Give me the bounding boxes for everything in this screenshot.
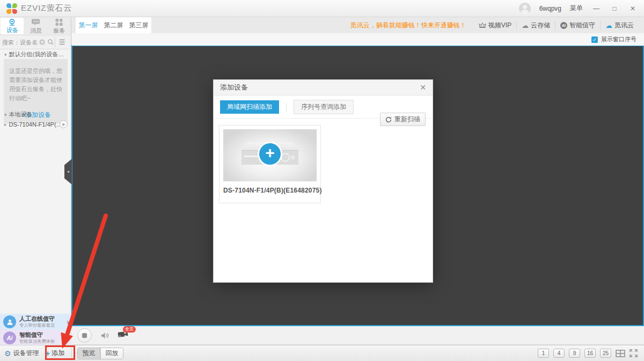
add-button-label: 添加 — [52, 349, 64, 358]
layout-9-button[interactable]: 9 — [569, 349, 580, 358]
layout-25-button[interactable]: 25 — [600, 349, 611, 358]
tab-services-label: 服务 — [53, 27, 65, 35]
device-management-button[interactable]: 设备管理 — [13, 349, 39, 358]
manned-guard-title: 人工在线值守 — [19, 315, 63, 322]
search-input[interactable] — [2, 39, 38, 46]
default-group-label: 默认分组(我的设备… — [9, 51, 64, 57]
clear-search-icon[interactable] — [38, 38, 46, 47]
username: 6wqpvg — [539, 5, 561, 12]
maximize-button[interactable]: □ — [610, 5, 619, 12]
ezviz-flower-icon — [6, 3, 17, 14]
services-grid-icon — [55, 18, 63, 26]
preview-playback-switch: 预览 回放 — [77, 348, 123, 359]
tab-serial-query[interactable]: 序列号查询添加 — [294, 100, 354, 114]
playback-button[interactable]: 回放 — [100, 348, 123, 359]
fullscreen-icon — [630, 349, 638, 357]
custom-layout-button[interactable] — [616, 349, 625, 358]
add-button[interactable]: + 添加 — [46, 349, 65, 358]
dialog-title: 添加设备 — [220, 83, 248, 92]
screen-tabs: 第一屏 第二屏 第三屏 — [76, 17, 151, 33]
chevron-right-icon: › — [67, 318, 69, 326]
bottom-bar: ⚙ 设备管理 + 添加 预览 回放 1 4 9 16 25 — [0, 345, 644, 361]
discovered-device-name: DS-7104N-F1/4P(B)(E16482075) — [223, 187, 317, 194]
ai-badge-icon: AI — [560, 22, 567, 29]
app-title: EZVIZ萤石云 — [21, 3, 72, 13]
local-devices-label: 本地设备 — [9, 111, 33, 117]
add-device-dialog: 添加设备 ✕ 局域网扫描添加 序列号查询添加 重新扫描 + — [213, 79, 433, 283]
fullscreen-button[interactable] — [630, 349, 638, 358]
discovered-device-card[interactable]: + DS-7104N-F1/4P(B)(E16482075) — [219, 125, 321, 203]
ezviz-logo: EZVIZ萤石云 — [6, 3, 72, 14]
local-devices-node[interactable]: ▾本地设备 — [4, 110, 33, 119]
minimize-button[interactable]: — — [591, 5, 601, 12]
promo-banner[interactable]: 觅讯云，躺着就能赚钱！快来开通赚钱！ — [350, 21, 466, 30]
close-button[interactable]: ✕ — [628, 5, 638, 12]
blue-cloud-icon: ☁ — [605, 22, 612, 29]
video-vip-label: 视频VIP — [488, 21, 511, 30]
default-group-node[interactable]: ▾默认分组(我的设备… — [4, 50, 64, 58]
menu-button[interactable]: 菜单 — [570, 4, 583, 13]
layout-4-button[interactable]: 4 — [553, 349, 565, 358]
tab-lan-scan[interactable]: 局域网扫描添加 — [220, 100, 279, 114]
refresh-icon — [385, 116, 392, 123]
list-view-toggle-icon[interactable]: ☰ — [55, 38, 69, 47]
rescan-button[interactable]: 重新扫描 — [380, 113, 426, 126]
ai-guard-link[interactable]: AI 智能值守 — [555, 21, 600, 30]
mixun-cloud-label: 觅讯云 — [614, 21, 634, 30]
search-icon[interactable] — [46, 38, 55, 47]
show-window-number-checkbox[interactable]: ✓ — [591, 36, 598, 43]
sidebar: 设备 消息 服务 ☰ ▾默认分组(我的设备… 这里还是 — [0, 17, 71, 345]
local-device-name: DS-7104N-F1/4P(… — [9, 121, 60, 128]
cloud-storage-link[interactable]: ☁ 云存储 — [516, 21, 555, 30]
tree-open-caret-icon: ▾ — [4, 52, 7, 57]
tree-open-caret-icon: ▾ — [4, 112, 7, 117]
manned-guard-subtitle: 专人帮你看家看店 — [19, 323, 60, 328]
user-avatar[interactable] — [519, 3, 531, 14]
ai-guard-title: 智能值守 — [19, 331, 69, 338]
dialog-close-icon[interactable]: ✕ — [420, 83, 426, 92]
video-vip-link[interactable]: 视频VIP — [474, 21, 516, 30]
layout-16-button[interactable]: 16 — [584, 349, 596, 358]
crown-icon — [479, 23, 486, 28]
rescan-label: 重新扫描 — [394, 115, 420, 124]
tab-screen-2[interactable]: 第二屏 — [101, 17, 126, 33]
play-device-button[interactable]: ▶ — [60, 120, 68, 128]
local-device-row[interactable]: ▸ DS-7104N-F1/4P(… ▶ — [4, 120, 68, 128]
tab-devices[interactable]: 设备 — [1, 18, 24, 34]
tab-services[interactable]: 服务 — [48, 17, 71, 35]
ai-guard-subtitle: 智能算法免费体验 — [19, 339, 65, 344]
tab-screen-3[interactable]: 第三屏 — [126, 17, 151, 33]
grid-layout-icon — [616, 350, 625, 357]
titlebar: EZVIZ萤石云 6wqpvg 菜单 — □ ✕ — [0, 0, 644, 17]
add-this-device-button[interactable]: + — [259, 143, 281, 165]
tab-messages-label: 消息 — [30, 27, 42, 35]
tab-messages[interactable]: 消息 — [24, 17, 47, 35]
panorama-camera-button[interactable]: 全景 — [118, 330, 128, 340]
preview-button[interactable]: 预览 — [78, 348, 100, 359]
ai-guard-card[interactable]: Ai 智能值守 智能算法免费体验 — [0, 330, 71, 346]
sidebar-tabs: 设备 消息 服务 — [0, 17, 71, 35]
empty-hint-text: 这里还是空的哦，您需要添加设备才能使用萤石云服务，赶快行动吧~ — [9, 67, 63, 103]
panorama-badge: 全景 — [123, 326, 136, 333]
bottom-bar-left: ⚙ 设备管理 + 添加 — [0, 345, 72, 361]
collapse-arrow-icon: ◂ — [67, 170, 69, 174]
person-icon — [3, 315, 16, 328]
volume-icon[interactable] — [99, 331, 110, 340]
ai-guard-link-label: 智能值守 — [569, 21, 595, 30]
camera-icon — [7, 19, 17, 26]
gear-icon: ⚙ — [4, 349, 11, 358]
stop-button[interactable] — [77, 328, 92, 343]
layout-1-button[interactable]: 1 — [538, 349, 549, 358]
tab-screen-1[interactable]: 第一屏 — [76, 17, 101, 33]
dialog-titlebar: 添加设备 ✕ — [214, 80, 433, 95]
mixun-cloud-link[interactable]: ☁ 觅讯云 — [600, 21, 639, 30]
show-window-number-label: 展示窗口序号 — [601, 35, 636, 43]
tab-devices-label: 设备 — [6, 26, 18, 34]
playback-toolbar: 全景 — [72, 326, 644, 345]
tree-closed-caret-icon: ▸ — [4, 122, 7, 127]
cloud-storage-label: 云存储 — [531, 21, 550, 30]
screen-tab-bar: 第一屏 第二屏 第三屏 觅讯云，躺着就能赚钱！快来开通赚钱！ 视频VIP ☁ 云… — [72, 17, 644, 33]
cloud-icon: ☁ — [522, 22, 529, 29]
device-image: + — [223, 129, 317, 181]
manned-guard-card[interactable]: 人工在线值守 专人帮你看家看店 › — [0, 314, 71, 330]
